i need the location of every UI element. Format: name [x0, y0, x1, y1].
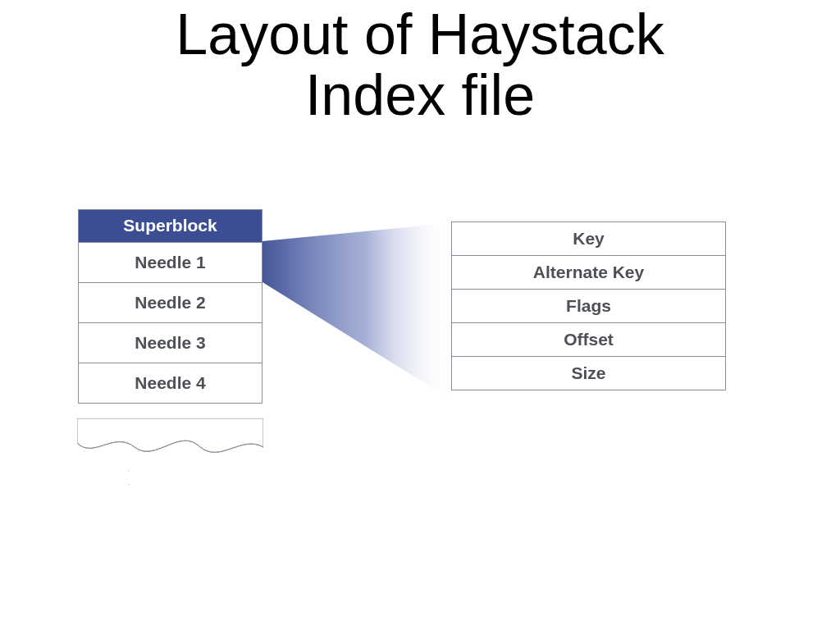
needle-row: Needle 2	[79, 283, 262, 323]
field-row: Offset	[452, 323, 725, 357]
field-row: Size	[452, 357, 725, 390]
needle-index-fields: Key Alternate Key Flags Offset Size	[451, 221, 726, 390]
index-file-layout: Superblock Needle 1 Needle 2 Needle 3 Ne…	[78, 209, 262, 404]
expand-beam	[262, 223, 451, 399]
needle-row: Needle 3	[79, 323, 262, 363]
superblock-header: Superblock	[79, 210, 262, 243]
svg-marker-0	[262, 223, 451, 399]
title-line-1: Layout of Haystack	[176, 2, 664, 66]
diagram-container: Superblock Needle 1 Needle 2 Needle 3 Ne…	[0, 189, 840, 533]
axis-ticks-decorative: ··	[127, 463, 130, 491]
title-line-2: Index file	[305, 63, 535, 127]
slide-title: Layout of Haystack Index file	[0, 0, 840, 126]
field-row: Alternate Key	[452, 256, 725, 290]
needle-row: Needle 1	[79, 243, 262, 283]
torn-edge-icon	[77, 418, 263, 468]
field-row: Key	[452, 222, 725, 256]
field-row: Flags	[452, 290, 725, 323]
needle-row: Needle 4	[79, 363, 262, 403]
